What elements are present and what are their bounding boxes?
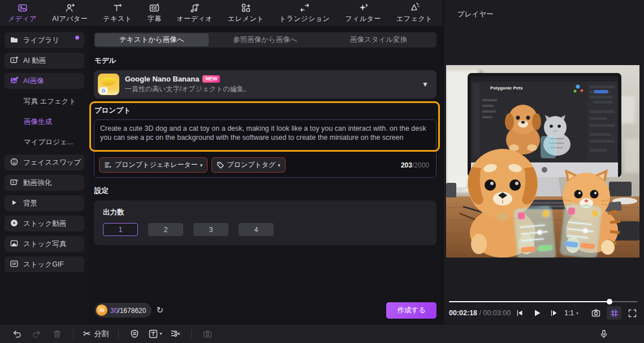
- nav-effects[interactable]: エフェクト: [396, 2, 433, 24]
- app-window: メディア AIアバター テキスト 字幕 オーディオ エレメント トランジション: [0, 0, 644, 343]
- camera-upload-icon: [202, 329, 213, 339]
- media-icon: [17, 2, 28, 14]
- nav-ai-avatar[interactable]: AIアバター: [52, 2, 88, 24]
- previous-frame-button[interactable]: [512, 307, 527, 319]
- model-description: 一貫性の高い文字/オブジェクトの編集。: [125, 84, 416, 94]
- character-counter: 203/2000: [401, 161, 429, 169]
- settings-card: 出力数 1 2 3 4: [94, 200, 436, 245]
- output-count-options: 1 2 3 4: [103, 223, 427, 236]
- trash-icon: [52, 329, 62, 339]
- player-controls: 00:02:18 / 00:03:00 1:1 ▾: [449, 306, 639, 320]
- sidebar-item-stock-video[interactable]: ストック動画: [5, 216, 84, 231]
- prompt-generator-button[interactable]: プロンプトジェネレーター ▾: [99, 157, 208, 173]
- output-option-1[interactable]: 1: [103, 223, 138, 236]
- tab-style-transfer[interactable]: 画像スタイル変換: [322, 33, 435, 46]
- toolbar-divider: [73, 329, 74, 338]
- sidebar-item-stock-photo[interactable]: ストック写真: [5, 236, 84, 252]
- ai-credits-icon: AI: [96, 305, 107, 316]
- background-icon: [10, 198, 19, 209]
- svg-text:GIF: GIF: [12, 263, 16, 265]
- play-button[interactable]: [529, 307, 544, 319]
- sidebar-item-background[interactable]: 背景: [5, 195, 84, 211]
- output-option-3[interactable]: 3: [193, 223, 228, 236]
- sidebar-item-image-generation[interactable]: 画像生成: [5, 114, 84, 130]
- nav-label: 字幕: [147, 14, 161, 24]
- nav-filter[interactable]: フィルター: [345, 2, 381, 24]
- delete-button[interactable]: [49, 327, 66, 341]
- chevron-down-icon[interactable]: ▼: [422, 80, 429, 88]
- output-option-2[interactable]: 2: [148, 223, 183, 236]
- prompt-input[interactable]: Create a cute 3D dog and a cat toy on a …: [94, 120, 436, 154]
- sidebar-item-label: 画像生成: [24, 117, 52, 127]
- video-enhance-icon: [10, 178, 19, 188]
- prompt-tags-button[interactable]: プロンプトタグ ▾: [211, 157, 286, 173]
- stock-photo-icon: [10, 239, 19, 250]
- redo-button[interactable]: [28, 327, 45, 341]
- timeline-toolbar: ✂ 分割 ▾: [0, 324, 644, 343]
- ai-video-icon: [10, 55, 19, 66]
- sidebar-item-ai-video[interactable]: AI 動画: [5, 53, 84, 68]
- sidebar-item-stock-gif[interactable]: GIF ストックGIF: [5, 256, 84, 272]
- create-button[interactable]: 作成する: [386, 302, 436, 319]
- credits-total: /1678620: [118, 307, 146, 315]
- redo-icon: [32, 328, 42, 339]
- grid-overlay-button[interactable]: [607, 306, 621, 320]
- nav-subtitles[interactable]: 字幕: [147, 2, 161, 24]
- text-icon: [112, 2, 123, 14]
- sidebar-item-ai-image[interactable]: AI画像: [5, 73, 84, 89]
- nav-text[interactable]: テキスト: [103, 2, 132, 24]
- tab-image-to-image[interactable]: 参照画像から画像へ: [209, 33, 322, 46]
- mode-tabs: テキストから画像へ 参照画像から画像へ 画像スタイル変換: [94, 32, 436, 48]
- nav-elements[interactable]: エレメント: [228, 2, 264, 24]
- sidebar-item-label: AI画像: [23, 76, 44, 86]
- stock-gif-icon: GIF: [10, 259, 19, 270]
- sidebar-item-label: 写真 エフェクト: [24, 97, 76, 106]
- nav-audio[interactable]: オーディオ: [176, 2, 213, 24]
- capture-button[interactable]: [199, 327, 216, 341]
- nav-label: テキスト: [103, 14, 132, 24]
- sidebar-item-library[interactable]: ライブラリ: [5, 32, 84, 48]
- sidebar-item-face-swap[interactable]: フェイススワップ: [5, 155, 84, 170]
- camera-icon: [591, 308, 601, 318]
- scene-detect-button[interactable]: [167, 327, 184, 341]
- prompt-generator-label: プロンプトジェネレーター: [115, 160, 198, 170]
- split-button[interactable]: ✂ 分割: [81, 328, 111, 339]
- toolbar-divider: [191, 329, 192, 338]
- ai-avatar-icon: [64, 2, 76, 14]
- nav-media[interactable]: メディア: [8, 2, 37, 24]
- toolbar-divider: [118, 329, 119, 338]
- sidebar-item-photo-effects[interactable]: 写真 エフェクト: [5, 93, 84, 109]
- progress-fill: [449, 301, 610, 302]
- preview-image: Polygonic Pets: [446, 65, 639, 258]
- output-option-4[interactable]: 4: [239, 223, 274, 236]
- credits-balance: AI 30/1678620: [94, 303, 152, 318]
- split-label: 分割: [94, 329, 109, 339]
- sidebar-item-my-projects[interactable]: マイプロジェ...: [5, 134, 84, 150]
- playback-progress-bar[interactable]: [449, 300, 638, 303]
- sidebar-item-video-enhance[interactable]: 動画強化: [5, 175, 84, 191]
- text-tool-button[interactable]: ▾: [146, 327, 163, 341]
- marker-button[interactable]: [126, 327, 143, 341]
- nav-label: エフェクト: [396, 14, 433, 24]
- sidebar: ライブラリ AI 動画 AI画像 写真 エフェクト 画像生成 マイプロジェ...…: [0, 27, 89, 324]
- refresh-icon[interactable]: ↻: [156, 305, 163, 315]
- tab-text-to-image[interactable]: テキストから画像へ: [95, 33, 209, 46]
- list-sparkle-icon: [104, 161, 113, 169]
- sidebar-item-label: AI 動画: [23, 56, 46, 66]
- model-selector[interactable]: G Google Nano Banana NEW 一貫性の高い文字/オブジェクト…: [94, 70, 436, 98]
- zoom-ratio-selector[interactable]: 1:1 ▾: [564, 309, 578, 317]
- char-count: 203: [401, 161, 412, 169]
- prompt-footer: プロンプトジェネレーター ▾ プロンプトタグ ▾ 203/2000: [94, 154, 436, 177]
- char-limit: /2000: [412, 161, 429, 169]
- next-frame-button[interactable]: [546, 307, 561, 319]
- fullscreen-button[interactable]: [625, 306, 639, 320]
- time-display: 00:02:18 / 00:03:00: [449, 309, 511, 317]
- snapshot-button[interactable]: [589, 306, 603, 320]
- progress-thumb[interactable]: [607, 299, 612, 305]
- record-voiceover-button[interactable]: [595, 327, 612, 341]
- sidebar-item-label: マイプロジェ...: [24, 138, 73, 147]
- top-nav: メディア AIアバター テキスト 字幕 オーディオ エレメント トランジション: [0, 0, 442, 27]
- video-preview[interactable]: Polygonic Pets: [446, 65, 639, 258]
- undo-button[interactable]: [8, 327, 25, 341]
- nav-transition[interactable]: トランジション: [279, 2, 330, 24]
